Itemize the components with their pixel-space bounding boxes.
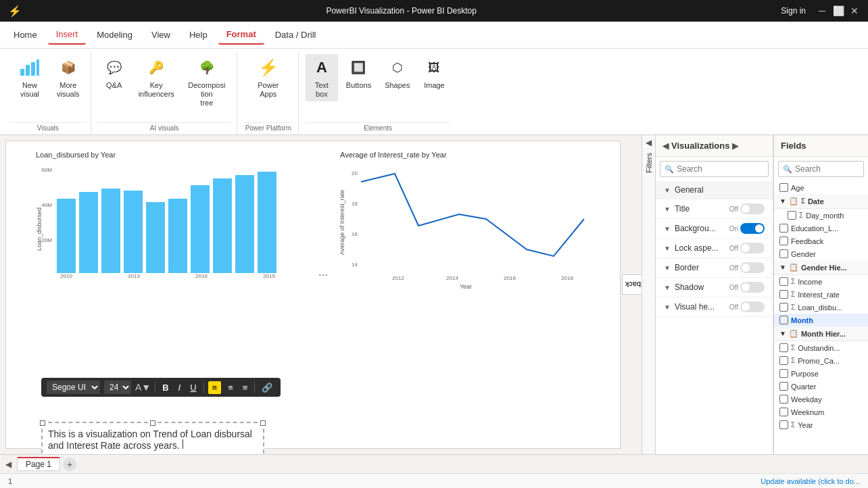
viz-search-box[interactable]: 🔍 [660, 161, 769, 177]
resize-handle-tm[interactable] [150, 420, 155, 426]
menu-home[interactable]: Home [5, 26, 45, 44]
minimize-btn[interactable]: ─ [817, 5, 827, 16]
fields-search-input[interactable] [795, 164, 859, 174]
viz-prop-visual-header[interactable]: ▼ Visual he... Off [656, 297, 773, 317]
field-checkbox-loan-disbu[interactable] [779, 303, 788, 312]
bar-chart-more[interactable]: ⋯ [318, 270, 328, 280]
feedback-btn[interactable]: Feedback [622, 274, 642, 295]
field-section-gender-hie[interactable]: ▼ 📋 Gender Hie... [774, 260, 868, 275]
field-item-promo[interactable]: Σ Promo_Ca... [774, 354, 868, 367]
restore-btn[interactable]: ⬜ [833, 5, 844, 16]
underline-btn[interactable]: U [187, 381, 199, 394]
shadow-toggle-track[interactable] [740, 282, 765, 293]
viz-next-btn[interactable]: ▶ [732, 141, 738, 151]
power-apps-btn[interactable]: ⚡ Power Apps [244, 54, 293, 101]
field-checkbox-day-month[interactable] [788, 211, 796, 220]
field-checkbox-education[interactable] [779, 224, 788, 233]
new-visual-btn[interactable]: Newvisual [11, 54, 49, 101]
viz-search-input[interactable] [677, 164, 764, 174]
field-checkbox-income[interactable] [779, 277, 788, 286]
viz-prop-border-chevron[interactable]: ▼ [664, 264, 671, 272]
update-text[interactable]: Update available (click to do... [761, 477, 860, 485]
filter-label[interactable]: Filters [645, 153, 653, 173]
align-right-btn[interactable]: ≡ [240, 381, 251, 394]
decomp-tree-btn[interactable]: 🌳 Decompositiontree [183, 54, 231, 111]
field-section-mh-chevron[interactable]: ▼ [779, 330, 786, 337]
viz-prop-background-chevron[interactable]: ▼ [664, 225, 671, 233]
field-section-month-hie[interactable]: ▼ 📋 Month Hier... [774, 326, 868, 341]
field-checkbox-promo[interactable] [779, 356, 788, 365]
signin-btn[interactable]: Sign in [781, 6, 806, 16]
field-item-education[interactable]: Education_L... [774, 222, 868, 235]
viz-prop-vh-chevron[interactable]: ▼ [664, 303, 671, 311]
add-page-btn[interactable]: + [63, 458, 76, 471]
title-toggle-track[interactable] [740, 203, 765, 214]
viz-prop-border-toggle[interactable]: Off [729, 262, 765, 273]
viz-prop-lock-chevron[interactable]: ▼ [664, 245, 671, 252]
highlight-btn[interactable]: ≡ [208, 381, 222, 394]
field-checkbox-weekday[interactable] [779, 395, 788, 404]
field-checkbox-quarter[interactable] [779, 382, 788, 391]
viz-prop-lock-toggle[interactable]: Off [729, 243, 765, 253]
field-checkbox-purpose[interactable] [779, 369, 788, 378]
background-toggle-track[interactable] [740, 223, 765, 234]
viz-prop-lock-aspect[interactable]: ▼ Lock aspe... Off [656, 239, 773, 258]
field-section-gh-chevron[interactable]: ▼ [779, 264, 786, 271]
qa-btn[interactable]: 💬 Q&A [98, 54, 130, 93]
viz-prop-title-chevron[interactable]: ▼ [664, 205, 671, 213]
field-item-day-month[interactable]: Σ Day_month [774, 209, 868, 222]
field-checkbox-year[interactable] [779, 420, 788, 429]
menu-insert[interactable]: Insert [48, 25, 87, 45]
field-item-purpose[interactable]: Purpose [774, 367, 868, 380]
filter-arrow-icon[interactable]: ◀ [646, 138, 652, 147]
field-checkbox-interest-rate[interactable] [779, 290, 788, 299]
menu-modeling[interactable]: Modeling [89, 26, 141, 44]
menu-help[interactable]: Help [181, 26, 216, 44]
viz-prop-border[interactable]: ▼ Border Off [656, 258, 773, 278]
bold-btn[interactable]: B [160, 381, 171, 394]
field-item-interest-rate[interactable]: Σ Interest_rate [774, 288, 868, 301]
field-item-income[interactable]: Σ Income [774, 275, 868, 288]
field-section-date[interactable]: ▼ 📋 Σ Date [774, 194, 868, 209]
border-toggle-track[interactable] [740, 262, 765, 273]
lock-toggle-track[interactable] [740, 243, 765, 253]
menu-view[interactable]: View [143, 26, 178, 44]
field-item-outstanding[interactable]: Σ Outstandin... [774, 341, 868, 354]
field-item-feedback[interactable]: Feedback [774, 235, 868, 247]
link-btn[interactable]: 🔗 [259, 381, 275, 394]
field-item-quarter[interactable]: Quarter [774, 380, 868, 393]
page-prev-btn[interactable]: ◀ [5, 460, 11, 469]
field-section-date-chevron[interactable]: ▼ [779, 197, 786, 205]
page-tab-1[interactable]: Page 1 [17, 457, 60, 471]
vh-toggle-track[interactable] [740, 301, 765, 312]
viz-prop-shadow[interactable]: ▼ Shadow Off [656, 278, 773, 297]
font-family-select[interactable]: Segoe UI [47, 381, 100, 394]
viz-prop-shadow-toggle[interactable]: Off [729, 282, 765, 293]
key-influencers-btn[interactable]: 🔑 Keyinfluencers [133, 54, 180, 101]
viz-prop-background-toggle[interactable]: On [729, 223, 765, 234]
more-visuals-btn[interactable]: 📦 Morevisuals [51, 54, 85, 101]
viz-prop-vh-toggle[interactable]: Off [729, 301, 765, 312]
field-checkbox-month[interactable] [779, 316, 788, 324]
field-item-weekday[interactable]: Weekday [774, 393, 868, 406]
align-center-btn[interactable]: ≡ [225, 381, 236, 394]
field-checkbox-gender[interactable] [779, 249, 788, 258]
field-checkbox-feedback[interactable] [779, 237, 788, 245]
canvas-area[interactable]: Loan_disbursed by Year 60M 40M 20M Loan_… [0, 135, 642, 454]
image-btn[interactable]: 🖼 Image [418, 54, 450, 93]
font-size-select[interactable]: 24 [104, 381, 131, 394]
viz-prop-title-toggle[interactable]: Off [729, 203, 765, 214]
line-chart-container[interactable]: Average of Interest_rate by Year 20 18 1… [337, 148, 608, 297]
menu-format[interactable]: Format [218, 25, 264, 45]
resize-handle-tl[interactable] [40, 420, 45, 426]
field-item-gender[interactable]: Gender [774, 247, 868, 260]
buttons-btn[interactable]: 🔲 Buttons [341, 54, 377, 93]
text-box-btn[interactable]: A Textbox [306, 54, 338, 101]
italic-btn[interactable]: I [176, 381, 184, 394]
font-color-btn[interactable]: A▼ [135, 382, 151, 393]
viz-prev-btn[interactable]: ◀ [662, 141, 669, 151]
fields-search-box[interactable]: 🔍 [778, 161, 864, 177]
bar-chart-container[interactable]: Loan_disbursed by Year 60M 40M 20M Loan_… [33, 148, 331, 283]
field-checkbox-age[interactable] [779, 183, 788, 192]
field-checkbox-outstanding[interactable] [779, 343, 788, 352]
